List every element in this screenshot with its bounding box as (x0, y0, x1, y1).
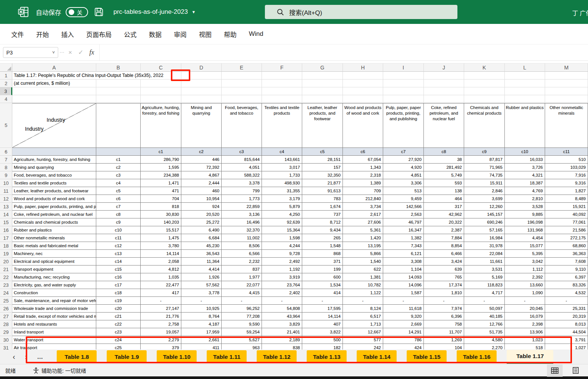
menu-item-0[interactable]: 文件 (11, 29, 24, 39)
cell-value[interactable]: 424 (383, 344, 424, 350)
cell-value[interactable]: 9,459 (383, 195, 424, 203)
cell-value[interactable]: 14,114 (141, 250, 181, 258)
cell-value[interactable]: 83,326 (545, 281, 588, 289)
cell-value[interactable]: 2,058 (141, 258, 181, 265)
cell-value[interactable]: 6,490 (181, 226, 222, 234)
cell-industry-header[interactable]: Pulp, paper, paper products, printing, a… (383, 103, 424, 148)
cell[interactable] (222, 80, 262, 87)
cell[interactable] (505, 87, 545, 95)
cell-industry-header[interactable]: Agriculture, hunting, forestry, and fish… (141, 103, 181, 148)
cell-value[interactable]: 131,968 (505, 226, 545, 234)
cell[interactable] (424, 87, 464, 95)
cell-value[interactable]: 199 (302, 265, 343, 273)
cell-value[interactable]: 963 (222, 344, 262, 350)
formula-input[interactable] (99, 44, 588, 60)
cell[interactable] (96, 103, 141, 148)
column-header-L[interactable]: L (505, 63, 545, 72)
search-input[interactable]: 搜索(Alt+Q) (265, 5, 457, 19)
cell-value[interactable]: 513 (383, 187, 424, 195)
cell-value[interactable]: 3,829 (262, 320, 302, 328)
cell-value[interactable]: 92,639 (262, 218, 302, 226)
cell-value[interactable]: 4,454 (505, 234, 545, 242)
cell-value[interactable]: 6,566 (222, 250, 262, 258)
cell[interactable] (262, 72, 302, 80)
row-header-22[interactable]: 22 (0, 273, 12, 281)
cell-value[interactable]: 9,320 (383, 313, 424, 320)
cell[interactable] (505, 95, 545, 103)
cell-column-code[interactable]: c2 (181, 148, 222, 156)
cell-value[interactable]: 20,319 (545, 313, 588, 320)
column-header-M[interactable]: M (545, 63, 588, 72)
cell-value[interactable]: 838 (262, 344, 302, 350)
cell-value[interactable]: 96,252 (222, 305, 262, 313)
cell-value[interactable]: 6,121 (383, 250, 424, 258)
cell[interactable] (343, 80, 383, 87)
cell-value[interactable]: 20,045 (505, 305, 545, 313)
cell-value[interactable]: 417 (141, 289, 181, 297)
cell[interactable] (383, 72, 424, 80)
cell-value[interactable]: 704 (141, 195, 181, 203)
cell-industry-header[interactable]: Wood and products of wood and cork (343, 103, 383, 148)
row-header-9[interactable]: 9 (0, 171, 12, 179)
cell-value[interactable]: 13,660 (505, 281, 545, 289)
cell-row-code[interactable]: c20 (96, 305, 141, 313)
cell-value[interactable]: 317 (424, 203, 464, 211)
cell-column-code[interactable]: c6 (343, 148, 383, 156)
row-header-17[interactable]: 17 (0, 234, 12, 242)
cell-value[interactable]: 242 (343, 344, 383, 350)
cell-value[interactable]: 2,563 (383, 211, 424, 218)
cell-value[interactable]: 2,669 (383, 320, 424, 328)
cell-value[interactable]: 46,797 (383, 218, 424, 226)
cell-value[interactable]: 91,613 (302, 187, 343, 195)
row-header-15[interactable]: 15 (0, 218, 12, 226)
cell-row-label[interactable]: Retail trade, except of motor vehicles a… (12, 313, 96, 320)
cell-value[interactable]: 8,764 (181, 313, 222, 320)
cell-value[interactable]: 59,254 (222, 328, 262, 336)
cell-value[interactable]: 1,027 (545, 344, 588, 350)
cell-column-code[interactable]: c11 (545, 148, 588, 156)
sheet-tab-table-1-13[interactable]: Table 1.13 (307, 350, 347, 363)
cell-value[interactable]: 5,169 (464, 273, 505, 281)
cell-value[interactable]: 815,644 (222, 156, 262, 164)
cell-value[interactable]: 14,291 (383, 328, 424, 336)
cell-row-label[interactable]: Air transport (12, 344, 96, 350)
cell-value[interactable]: 2,392 (505, 273, 545, 281)
cell-value[interactable]: 17,959 (181, 328, 222, 336)
cell-value[interactable]: 14,093 (383, 273, 424, 281)
menu-item-6[interactable]: 审阅 (174, 29, 187, 39)
cell-value[interactable]: 411 (181, 344, 222, 350)
cell[interactable] (545, 80, 588, 87)
cell-value[interactable]: 9,590 (222, 320, 262, 328)
column-header-F[interactable]: F (262, 63, 302, 72)
cell-value[interactable]: 4,250 (262, 211, 302, 218)
cell-value[interactable]: 510 (545, 156, 588, 164)
cell-value[interactable]: 6,397 (545, 273, 588, 281)
cell-value[interactable]: 40,092 (545, 211, 588, 218)
cell-value[interactable]: 14,114 (302, 313, 343, 320)
cell-value[interactable]: 783 (302, 195, 343, 203)
cell-value[interactable]: 1,548 (302, 242, 343, 250)
cell-value[interactable]: 471 (141, 187, 181, 195)
cell-value[interactable]: 20,322 (424, 218, 464, 226)
document-title[interactable]: prc-tables-as-of-june-2023 ▼ (113, 8, 196, 16)
row-header-23[interactable]: 23 (0, 281, 12, 289)
row-header-14[interactable]: 14 (0, 211, 12, 218)
cell[interactable] (181, 72, 222, 80)
more-sheets-button[interactable]: … (37, 354, 43, 360)
cell-row-label[interactable]: Chemicals and chemical products (12, 218, 96, 226)
cell-value[interactable]: 3,699 (464, 195, 505, 203)
cell-value[interactable]: 1,420 (343, 234, 383, 242)
cell-value[interactable]: 1,269 (424, 336, 464, 344)
cell[interactable] (464, 95, 505, 103)
cell-value[interactable]: 16,496 (222, 218, 262, 226)
cell-value[interactable]: 3,042 (505, 258, 545, 265)
cell-value[interactable]: 7,343 (383, 242, 424, 250)
cell-value[interactable]: - (383, 297, 424, 305)
cell-row-code[interactable]: c25 (96, 344, 141, 350)
cell-value[interactable]: 140,203 (141, 218, 181, 226)
cell-value[interactable]: 6,396 (424, 313, 464, 320)
cell-industry-header[interactable]: Mining and quarrying (181, 103, 222, 148)
cell-value[interactable]: 25,331 (545, 305, 588, 313)
cell-row-label[interactable]: Transport equipment (12, 265, 96, 273)
cell-value[interactable]: 2,758 (141, 320, 181, 328)
